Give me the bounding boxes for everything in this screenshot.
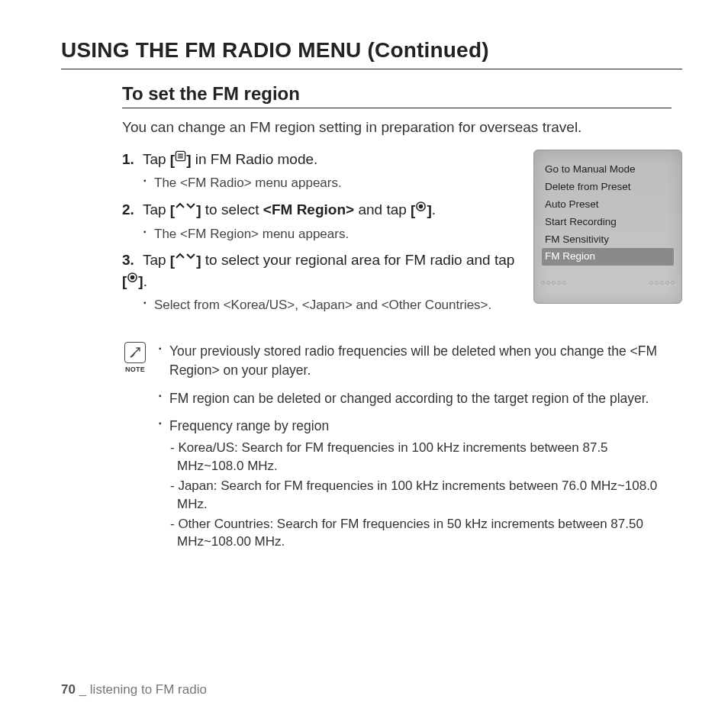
page-number: 70 [61, 682, 76, 697]
device-menu-item: Auto Preset [542, 196, 674, 214]
freq-heading: Frequency range by region [169, 418, 329, 433]
select-icon: [] [411, 201, 432, 221]
step-text: . [143, 273, 147, 289]
step-text: to select your regional area for FM radi… [201, 252, 515, 268]
intro-text: You can change an FM region setting in p… [122, 119, 682, 136]
note-item: Frequency range by region Korea/US: Sear… [159, 417, 672, 551]
device-screenshot: Go to Manual Mode Delete from Preset Aut… [533, 150, 682, 304]
note-item: Your previously stored radio frequencies… [159, 342, 672, 380]
menu-icon: [] [170, 150, 192, 171]
step-number: 3. [122, 250, 139, 271]
footer-sep: _ [76, 682, 90, 697]
step-text: to select [201, 201, 263, 217]
step-sub: The <FM Region> menu appears. [143, 226, 517, 243]
step-bold: <FM Region> [263, 201, 354, 217]
step-text: Tap [143, 252, 170, 268]
step-sub: The <FM Radio> menu appears. [143, 175, 517, 192]
freq-range-item: Japan: Search for FM frequencies in 100 … [169, 477, 672, 514]
device-speaker-grille [534, 280, 681, 298]
step-item: 2. Tap [] to select <FM Region> and tap … [122, 200, 517, 243]
freq-range-item: Other Countries: Search for FM frequenci… [169, 515, 672, 552]
up-down-icon: [] [170, 201, 201, 221]
page-title: USING THE FM RADIO MENU (Continued) [61, 38, 682, 63]
section-heading: To set the FM region [122, 83, 682, 105]
device-menu-item-selected: FM Region [542, 248, 674, 266]
step-number: 2. [122, 200, 139, 221]
chapter-name: listening to FM radio [90, 682, 207, 697]
device-menu-item: Go to Manual Mode [542, 161, 674, 179]
svg-point-7 [130, 275, 135, 280]
note-icon: NOTE [122, 342, 148, 373]
step-text: in FM Radio mode. [192, 151, 318, 167]
step-sub: Select from <Korea/US>, <Japan> and <Oth… [143, 297, 517, 314]
step-item: 3. Tap [] to select your regional area f… [122, 250, 517, 314]
device-menu-item: Start Recording [542, 214, 674, 231]
step-text: and tap [354, 201, 411, 217]
select-icon: [] [122, 272, 143, 292]
device-menu-item: FM Sensitivity [542, 231, 674, 249]
page-footer: 70 _ listening to FM radio [61, 682, 207, 697]
step-text: . [432, 201, 436, 217]
up-down-icon: [] [170, 251, 201, 272]
svg-point-5 [419, 205, 424, 209]
step-number: 1. [122, 150, 139, 170]
device-menu-item: Delete from Preset [542, 179, 674, 196]
title-rule [61, 69, 682, 69]
section-rule [122, 108, 672, 108]
freq-range-item: Korea/US: Search for FM frequencies in 1… [169, 439, 672, 475]
note-label: NOTE [125, 366, 145, 373]
note-item: FM region can be deleted or changed acco… [159, 389, 672, 408]
step-text: Tap [143, 151, 170, 167]
step-item: 1. Tap [] in FM Radio mode. The <FM Radi… [122, 150, 517, 192]
step-text: Tap [143, 201, 170, 217]
